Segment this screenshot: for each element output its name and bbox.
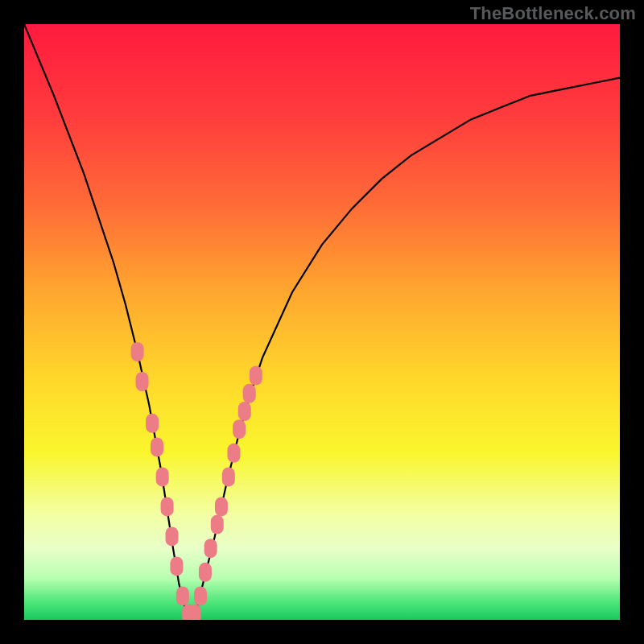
curve-marker [199, 563, 212, 582]
chart-svg [24, 24, 620, 620]
watermark-text: TheBottleneck.com [470, 3, 636, 24]
curve-marker [233, 419, 246, 439]
curve-marker [156, 467, 169, 486]
curve-marker [151, 437, 163, 456]
curve-marker [131, 342, 144, 361]
curve-marker [188, 605, 201, 620]
curve-marker [204, 539, 217, 558]
curve-marker [243, 384, 256, 403]
curve-marker [194, 586, 207, 605]
curve-marker [146, 414, 159, 433]
curve-marker [176, 586, 189, 605]
curve-marker [211, 515, 224, 535]
curve-marker [166, 526, 179, 546]
curve-marker [170, 556, 183, 576]
curve-marker [238, 402, 251, 421]
curve-marker [250, 366, 262, 386]
curve-marker [222, 467, 235, 486]
curve-marker [136, 372, 149, 391]
outer-frame: TheBottleneck.com [0, 0, 644, 644]
gradient-background [24, 24, 620, 620]
curve-marker [215, 497, 228, 516]
curve-marker [161, 497, 174, 516]
curve-marker [227, 444, 240, 463]
plot-area [24, 24, 620, 620]
